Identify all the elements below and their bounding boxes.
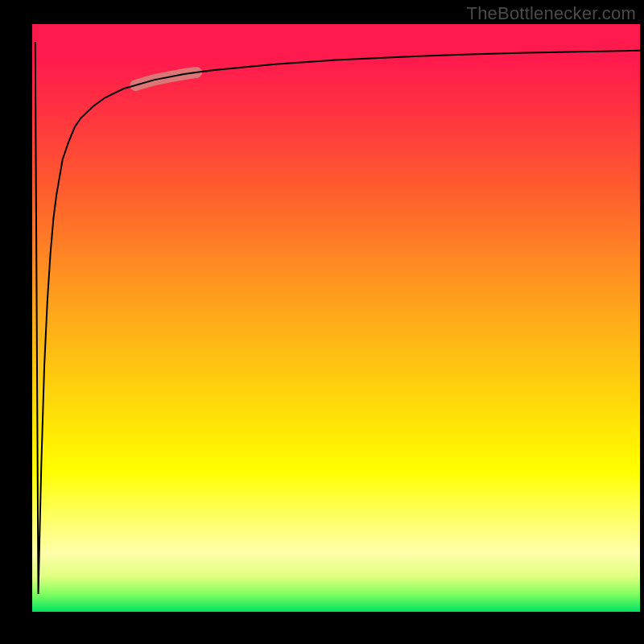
chart-gradient-background (32, 24, 640, 612)
watermark-text: TheBottlenecker.com (467, 3, 636, 24)
